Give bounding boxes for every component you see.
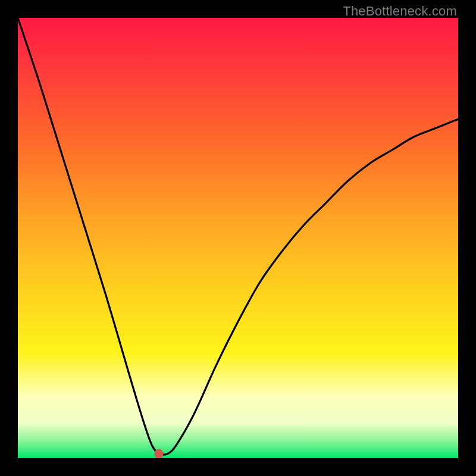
chart-frame: TheBottleneck.com <box>0 0 476 476</box>
bottleneck-curve <box>18 18 458 458</box>
optimum-marker <box>154 449 163 458</box>
watermark-text: TheBottleneck.com <box>343 4 457 19</box>
plot-area <box>18 18 458 458</box>
